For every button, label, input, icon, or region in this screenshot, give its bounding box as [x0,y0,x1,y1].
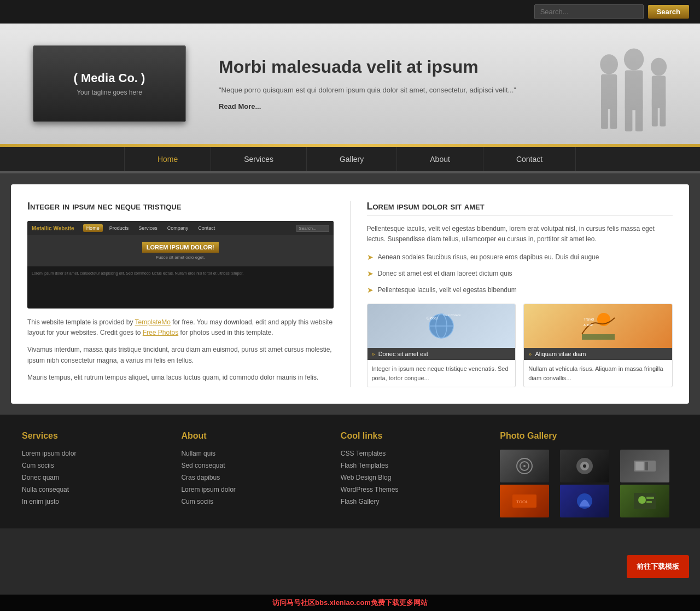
svg-text:Your Choice: Your Choice [443,313,460,317]
preview-nav-services: Services [135,224,161,232]
thumb-bg-1: Global Your Choice [368,304,516,348]
hero-silhouette-icon [574,34,684,144]
svg-point-24 [523,465,526,467]
svg-point-35 [638,496,646,504]
svg-rect-2 [601,99,608,129]
footer-services-link-2[interactable]: Cum sociis [22,462,170,469]
logo-tagline: Your tagline goes here [77,89,142,96]
nav-item-contact[interactable]: Contact [483,147,576,171]
preview-nav-products: Products [106,224,132,232]
nav-item-gallery[interactable]: Gallery [307,147,397,171]
footer-coollinks-link-4[interactable]: WordPress Themes [341,486,489,493]
bullet-text-3: Pellentesque iaculis, velit vel egestas … [378,285,517,295]
bullet-arrow-icon-3: ➤ [367,286,374,294]
bullet-arrow-icon-2: ➤ [367,269,374,278]
thumb-arrow-2: » [528,351,532,357]
footer-about-link-5[interactable]: Cum sociis [181,498,329,505]
footer-services-link-1[interactable]: Lorem ipsum dolor [22,450,170,457]
svg-text:Travel: Travel [584,317,594,321]
thumb-bg-2: Travel & Tour [524,304,672,348]
footer-coollinks-link-1[interactable]: CSS Templates [341,450,489,457]
svg-text:TOOL: TOOL [516,499,528,504]
footer-about-col: About Nullam quis Sed consequat Cras dap… [181,431,329,517]
bullet-text-1: Aenean sodales faucibus risus, eu posuer… [378,252,599,262]
right-intro: Pellentesque iaculis, velit vel egestas … [367,224,673,245]
footer-photogallery-col: Photo Gallery [500,431,678,517]
preview-logo: Metallic Website [32,225,74,231]
svg-rect-3 [610,99,617,129]
footer-services-link-4[interactable]: Nulla consequat [22,486,170,493]
footer-about-link-3[interactable]: Cras dapibus [181,474,329,481]
logo-title: ( Media Co. ) [74,71,145,85]
svg-rect-10 [652,98,658,126]
preview-hero: LOREM IPSUM DOLOR! Fusce sit amet odio e… [27,235,334,266]
svg-rect-29 [635,462,644,470]
footer-coollinks-link-5[interactable]: Flash Gallery [341,498,489,505]
thumb-label-bar-1: » Donec sit amet est [368,348,516,360]
footer-services-title: Services [22,431,170,441]
bullet-item-2: ➤ Donec sit amet est et diam laoreet dic… [367,269,673,278]
right-column: Lorem ipsum dolor sit amet Pellentesque … [367,201,673,387]
svg-rect-30 [645,462,648,470]
footer-services-link-3[interactable]: Donec quam [22,474,170,481]
left-column: Integer in ipsum nec neque tristique Met… [27,201,351,387]
website-preview: Metallic Website Home Products Services … [27,221,334,309]
svg-rect-36 [646,497,654,499]
thumb-label-bar-2: » Aliquam vitae diam [524,348,672,360]
svg-rect-19 [582,334,615,340]
svg-point-27 [583,464,586,468]
svg-point-8 [651,58,667,76]
left-body-text-1: This website template is provided by Tem… [27,317,334,338]
thumb-card-2[interactable]: Travel & Tour » Aliquam vitae diam Nulla… [523,304,673,387]
preview-hero-title: LOREM IPSUM DOLOR! [142,242,219,253]
photo-thumb-5[interactable] [560,485,609,517]
preview-nav: Metallic Website Home Products Services … [27,221,334,235]
top-bar: Search [0,0,700,24]
photo-thumb-6[interactable] [620,485,669,517]
photo-grid: TOOL [500,450,678,517]
thumb-card-1[interactable]: Global Your Choice » Donec sit amet est … [367,304,516,387]
photo-thumb-2[interactable] [560,450,609,482]
nav-item-services[interactable]: Services [211,147,307,171]
left-heading: Integer in ipsum nec neque tristique [27,201,334,212]
bullet-arrow-icon-1: ➤ [367,253,374,261]
thumb-card-text-1: Integer in ipsum nec neque tristique ven… [368,360,516,387]
footer-services-link-5[interactable]: In enim justo [22,498,170,505]
preview-nav-home: Home [83,224,103,232]
left-body-text-3: Mauris tempus, elit rutrum tempus alique… [27,373,334,383]
templatemo-link[interactable]: TemplateMo [135,318,171,326]
nav-item-about[interactable]: About [397,147,483,171]
bullet-item-3: ➤ Pellentesque iaculis, velit vel egesta… [367,285,673,295]
svg-rect-37 [646,501,652,503]
search-button[interactable]: Search [648,5,689,19]
thumb-arrow-1: » [372,351,375,357]
footer-about-link-4[interactable]: Lorem ipsum dolor [181,486,329,493]
footer-coollinks-col: Cool links CSS Templates Flash Templates… [341,431,489,517]
footer-coollinks-title: Cool links [341,431,489,441]
footer-about-title: About [181,431,329,441]
svg-text:Global: Global [427,316,438,320]
svg-point-0 [600,54,618,74]
photo-thumb-4[interactable]: TOOL [500,485,549,517]
freephotos-link[interactable]: Free Photos [143,329,178,336]
photo-thumb-3[interactable] [620,450,669,482]
footer-coollinks-link-3[interactable]: Web Design Blog [341,474,489,481]
footer-about-link-2[interactable]: Sed consequat [181,462,329,469]
svg-rect-11 [660,98,666,126]
thumb-label-1: Donec sit amet est [378,351,428,357]
footer-about-link-1[interactable]: Nullam quis [181,450,329,457]
hero-section: ( Media Co. ) Your tagline goes here Mor… [0,24,700,144]
hero-readmore-link[interactable]: Read More... [219,102,261,110]
search-input[interactable] [534,4,644,19]
bullet-text-2: Donec sit amet est et diam laoreet dictu… [378,269,512,278]
svg-text:& Tour: & Tour [584,323,593,327]
preview-body: Lorem ipsum dolor sit amet, consectetur … [27,266,334,281]
photo-thumb-1[interactable] [500,450,549,482]
thumb-label-2: Aliquam vitae diam [535,351,586,357]
thumb-image-1: Global Your Choice [368,304,516,348]
bullet-item-1: ➤ Aenean sodales faucibus risus, eu posu… [367,252,673,262]
nav-item-home[interactable]: Home [124,147,211,171]
preview-hero-sub: Fusce sit amet odio eget. [34,255,327,260]
logo-block: ( Media Co. ) Your tagline goes here [33,45,186,122]
footer-coollinks-link-2[interactable]: Flash Templates [341,462,489,469]
